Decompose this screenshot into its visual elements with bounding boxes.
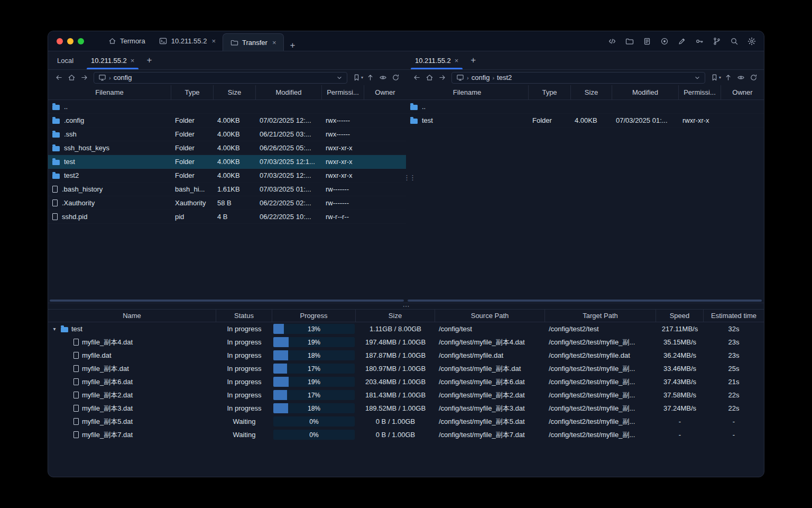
transfer-size: 181.43MB / 1.00GB xyxy=(356,391,435,399)
home-button[interactable] xyxy=(423,72,435,84)
column-header[interactable]: Estimated time xyxy=(704,310,764,322)
transfer-row[interactable]: myfile_副本4.dat In progress 19% 197.48MB … xyxy=(48,335,764,349)
home-button[interactable] xyxy=(66,72,77,84)
edit-icon[interactable] xyxy=(676,35,688,47)
show-hidden-toggle[interactable] xyxy=(377,72,389,84)
tab-termora[interactable]: Termora xyxy=(101,31,152,51)
file-type-icon xyxy=(61,327,68,332)
tab-host[interactable]: 10.211.55.2 × xyxy=(152,31,223,51)
transfer-row[interactable]: myfile_副本2.dat In progress 17% 181.43MB … xyxy=(48,388,764,402)
refresh-button[interactable] xyxy=(390,72,401,84)
column-header[interactable]: Filename xyxy=(48,85,171,99)
column-header[interactable]: Source Path xyxy=(435,310,545,322)
computer-icon xyxy=(98,74,106,82)
file-row[interactable]: test2 Folder 4.00KB 07/03/2025 12:... rw… xyxy=(48,169,406,183)
transfer-row[interactable]: myfile_副本.dat In progress 17% 180.97MB /… xyxy=(48,362,764,375)
transfer-row[interactable]: ▾ test In progress 13% 1.11GB / 8.00GB /… xyxy=(48,322,764,335)
branch-icon[interactable] xyxy=(711,35,723,47)
new-pane-tab-button[interactable]: + xyxy=(465,51,481,69)
expand-chevron[interactable]: ▾ xyxy=(51,326,58,332)
column-header[interactable]: Status xyxy=(216,310,272,322)
chevron-down-icon[interactable] xyxy=(694,74,701,81)
transfer-row[interactable]: myfile_副本5.dat Waiting 0% 0 B / 1.00GB /… xyxy=(48,415,764,428)
file-row[interactable]: sshd.pid pid 4 B 06/22/2025 10:... rw-r-… xyxy=(48,210,406,224)
path-breadcrumb[interactable]: › config › test2 xyxy=(451,72,705,84)
file-row[interactable]: .. xyxy=(406,100,764,114)
file-permissions: rw------- xyxy=(322,199,364,207)
bookmark-dropdown-icon[interactable]: ▾ xyxy=(361,75,363,80)
column-header[interactable]: Size xyxy=(571,85,612,99)
column-header[interactable]: Size xyxy=(214,85,256,99)
column-header[interactable]: Filename xyxy=(406,85,529,99)
path-breadcrumb[interactable]: › config xyxy=(94,72,347,84)
transfer-row[interactable]: myfile_副本6.dat In progress 19% 203.48MB … xyxy=(48,375,764,388)
search-icon[interactable] xyxy=(728,35,740,47)
progress-bar: 19% xyxy=(273,337,355,347)
close-tab-icon[interactable]: × xyxy=(272,39,276,47)
column-header[interactable]: Permissi... xyxy=(322,85,364,99)
close-button[interactable] xyxy=(57,38,63,44)
minimize-button[interactable] xyxy=(67,38,73,44)
record-icon[interactable] xyxy=(659,35,670,47)
code-icon[interactable] xyxy=(606,35,618,47)
log-icon[interactable] xyxy=(641,35,653,47)
file-modified: 06/21/2025 03:... xyxy=(256,130,322,138)
pane-tab[interactable]: 10.211.55.2 × xyxy=(84,51,141,69)
forward-button[interactable] xyxy=(436,72,448,84)
tab-transfer[interactable]: Transfer × xyxy=(223,33,284,51)
file-row[interactable]: test Folder 4.00KB 07/03/2025 01:... rwx… xyxy=(406,114,764,128)
column-header[interactable]: Permissi... xyxy=(679,85,721,99)
zoom-button[interactable] xyxy=(78,38,84,44)
settings-icon[interactable] xyxy=(746,35,758,47)
back-button[interactable] xyxy=(411,72,422,84)
file-row[interactable]: .bash_history bash_hi... 1.61KB 07/03/20… xyxy=(48,183,406,196)
column-header[interactable]: Owner xyxy=(364,85,406,99)
file-row[interactable]: .. xyxy=(48,100,406,114)
transfer-splitter[interactable]: ⋯ xyxy=(48,303,764,309)
transfer-row[interactable]: myfile_副本3.dat In progress 18% 189.52MB … xyxy=(48,402,764,415)
right-file-list: .. test Folder xyxy=(406,100,764,298)
column-header[interactable]: Type xyxy=(529,85,571,99)
left-pane-tabbar: Local 10.211.55.2 × + xyxy=(48,51,406,70)
breadcrumb-segment[interactable]: config xyxy=(472,74,490,81)
show-hidden-toggle[interactable] xyxy=(735,72,746,84)
column-header[interactable]: Type xyxy=(171,85,214,99)
column-header[interactable]: Progress xyxy=(272,310,356,322)
column-header[interactable]: Target Path xyxy=(545,310,656,322)
close-tab-icon[interactable]: × xyxy=(455,57,459,65)
column-header[interactable]: Owner xyxy=(721,85,764,99)
transfer-row[interactable]: myfile.dat In progress 18% 187.87MB / 1.… xyxy=(48,349,764,362)
column-header[interactable]: Size xyxy=(356,310,435,322)
file-row[interactable]: .Xauthority Xauthority 58 B 06/22/2025 0… xyxy=(48,196,406,210)
file-row[interactable]: test Folder 4.00KB 07/03/2025 12:1... rw… xyxy=(48,155,406,169)
scrollbar-thumb[interactable] xyxy=(408,300,762,302)
file-row[interactable]: .config Folder 4.00KB 07/02/2025 12:... … xyxy=(48,114,406,128)
source-path: /config/test/myfile_副本7.dat xyxy=(435,430,545,440)
scrollbar-thumb[interactable] xyxy=(50,300,404,302)
key-icon[interactable] xyxy=(694,35,705,47)
close-tab-icon[interactable]: × xyxy=(211,37,216,45)
transfer-row[interactable]: myfile_副本7.dat Waiting 0% 0 B / 1.00GB /… xyxy=(48,428,764,441)
new-tab-button[interactable]: + xyxy=(284,40,302,51)
bookmark-dropdown-icon[interactable]: ▾ xyxy=(719,75,721,80)
parent-directory-button[interactable] xyxy=(364,72,376,84)
refresh-button[interactable] xyxy=(748,72,759,84)
sftp-folder-icon[interactable] xyxy=(624,35,635,47)
file-row[interactable]: .ssh Folder 4.00KB 06/21/2025 03:... rwx… xyxy=(48,128,406,141)
column-header[interactable]: Name xyxy=(48,310,216,322)
new-pane-tab-button[interactable]: + xyxy=(141,51,157,69)
breadcrumb-segment[interactable]: test2 xyxy=(497,74,512,81)
back-button[interactable] xyxy=(53,72,64,84)
file-row[interactable]: ssh_host_keys Folder 4.00KB 06/26/2025 0… xyxy=(48,141,406,155)
column-header[interactable]: Modified xyxy=(612,85,679,99)
column-header[interactable]: Speed xyxy=(656,310,704,322)
left-pane: Local 10.211.55.2 × + xyxy=(48,51,406,303)
forward-button[interactable] xyxy=(78,72,90,84)
pane-tab[interactable]: Local xyxy=(50,51,84,69)
column-header[interactable]: Modified xyxy=(256,85,322,99)
parent-directory-button[interactable] xyxy=(722,72,734,84)
pane-tab[interactable]: 10.211.55.2 × xyxy=(408,51,465,69)
close-tab-icon[interactable]: × xyxy=(131,57,135,65)
chevron-down-icon[interactable] xyxy=(336,74,343,81)
breadcrumb-segment[interactable]: config xyxy=(114,74,132,81)
